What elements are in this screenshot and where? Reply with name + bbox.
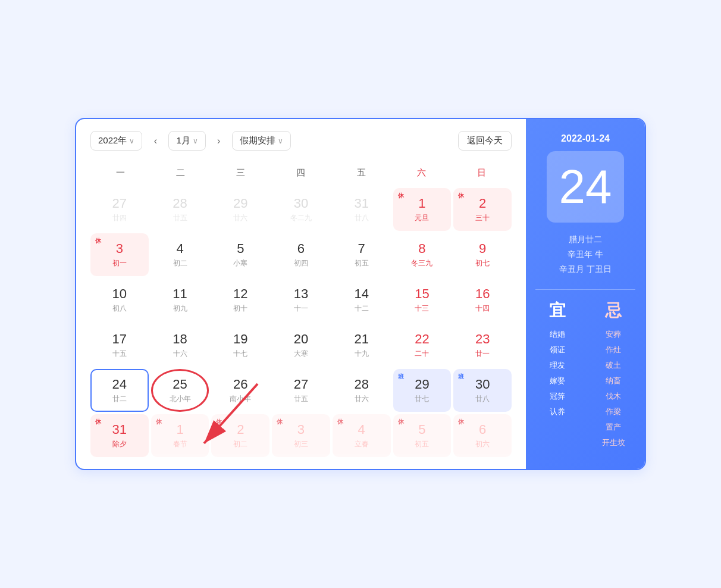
day-cell[interactable]: 4初二 — [151, 233, 209, 276]
day-number: 23 — [475, 331, 490, 347]
rest-badge: 休 — [216, 418, 222, 426]
day-cell[interactable]: 9初七 — [453, 233, 512, 276]
day-cell[interactable]: 8冬三九 — [393, 233, 452, 276]
day-number: 28 — [354, 377, 368, 392]
day-cell[interactable]: 休5初五 — [393, 414, 452, 457]
day-cell[interactable]: 18十六 — [151, 324, 209, 367]
ji-item-5: 伐木 — [606, 389, 621, 404]
day-cell[interactable]: 28廿六 — [333, 369, 391, 412]
day-cell[interactable]: 17十五 — [90, 324, 149, 367]
yi-item-2: 领证 — [550, 342, 565, 358]
day-cell[interactable]: 31廿八 — [333, 188, 391, 231]
day-cell[interactable]: 休6初六 — [453, 414, 512, 457]
day-lunar: 十九 — [355, 349, 369, 359]
yi-item-1: 结婚 — [550, 327, 565, 342]
day-cell[interactable]: 休4立春 — [333, 414, 391, 457]
ji-item-7: 置产 — [606, 420, 621, 435]
day-cell[interactable]: 21十九 — [333, 324, 391, 367]
day-cell[interactable]: 休3初一 — [90, 233, 149, 276]
day-lunar: 廿五 — [294, 394, 308, 404]
day-cell[interactable]: 27廿四 — [90, 188, 149, 231]
day-cell[interactable]: 29廿六 — [211, 188, 269, 231]
day-cell[interactable]: 26南小年 — [211, 369, 269, 412]
rest-badge: 休 — [156, 418, 162, 426]
day-cell[interactable]: 16十四 — [453, 279, 512, 321]
month-chevron-icon: ∨ — [193, 137, 198, 145]
day-number: 22 — [415, 331, 429, 347]
day-lunar: 元旦 — [415, 213, 429, 223]
month-select[interactable]: 1月 ∨ — [168, 131, 205, 151]
day-cell[interactable]: 休31除夕 — [90, 414, 149, 457]
day-lunar: 十五 — [112, 349, 127, 359]
day-cell[interactable]: 班30廿八 — [453, 369, 512, 412]
day-cell[interactable]: 27廿五 — [272, 369, 330, 412]
day-cell[interactable]: 25北小年 — [151, 369, 209, 412]
day-number: 28 — [173, 196, 187, 211]
rest-badge: 休 — [458, 192, 464, 200]
day-cell[interactable]: 15十三 — [393, 279, 452, 321]
rest-badge: 休 — [337, 418, 343, 426]
day-number: 30 — [475, 377, 490, 392]
day-lunar: 廿四 — [112, 213, 127, 223]
day-cell[interactable]: 22二十 — [393, 324, 452, 367]
day-number: 31 — [354, 196, 368, 211]
day-number: 30 — [294, 196, 308, 211]
day-lunar: 大寒 — [294, 349, 308, 359]
ji-title: 忌 — [605, 299, 622, 322]
day-cell[interactable]: 20大寒 — [272, 324, 330, 367]
rest-badge: 休 — [398, 418, 404, 426]
day-lunar: 二十 — [415, 349, 429, 359]
day-cell[interactable]: 30冬二九 — [272, 188, 330, 231]
holiday-label: 假期安排 — [240, 135, 275, 146]
ji-column: 忌 安葬 作灶 破土 纳畜 伐木 作梁 置产 开生坟 — [591, 299, 635, 451]
day-number: 27 — [112, 196, 127, 211]
day-cell[interactable]: 休1春节 — [151, 414, 209, 457]
ji-item-3: 破土 — [606, 358, 621, 373]
weekdays-row: 一 二 三 四 五 六 日 — [90, 162, 512, 183]
rest-badge: 休 — [95, 418, 101, 426]
day-number: 1 — [418, 196, 425, 211]
day-cell[interactable]: 10初八 — [90, 279, 149, 321]
day-cell[interactable]: 休2初二 — [211, 414, 269, 457]
day-cell[interactable]: 班29廿七 — [393, 369, 452, 412]
day-lunar: 三十 — [475, 213, 490, 223]
day-lunar: 廿六 — [355, 394, 369, 404]
day-cell[interactable]: 休1元旦 — [393, 188, 452, 231]
next-month-button[interactable]: › — [211, 133, 227, 149]
day-number: 9 — [479, 241, 486, 257]
weekday-thu: 四 — [271, 162, 331, 183]
day-cell[interactable]: 14十二 — [333, 279, 391, 321]
day-cell[interactable]: 28廿五 — [151, 188, 209, 231]
day-lunar: 小寒 — [233, 258, 247, 268]
day-cell[interactable]: 休3初三 — [272, 414, 330, 457]
day-cell[interactable]: 24廿二 — [90, 369, 149, 412]
yi-title: 宜 — [549, 299, 566, 322]
day-cell[interactable]: 13十一 — [272, 279, 330, 321]
holiday-select[interactable]: 假期安排 ∨ — [232, 131, 291, 151]
day-cell[interactable]: 11初九 — [151, 279, 209, 321]
day-lunar: 冬二九 — [290, 213, 312, 223]
day-cell[interactable]: 7初五 — [333, 233, 391, 276]
day-lunar: 廿八 — [475, 394, 490, 404]
day-cell[interactable]: 5小寒 — [211, 233, 269, 276]
day-cell[interactable]: 23廿一 — [453, 324, 512, 367]
day-lunar: 初六 — [475, 439, 490, 449]
rest-badge: 休 — [277, 418, 283, 426]
day-number: 6 — [479, 422, 486, 437]
day-cell[interactable]: 休2三十 — [453, 188, 512, 231]
return-today-button[interactable]: 返回今天 — [458, 131, 512, 151]
prev-month-button[interactable]: ‹ — [147, 133, 164, 149]
weekday-tue: 二 — [151, 162, 211, 183]
day-number: 4 — [176, 241, 183, 257]
sidebar-yiji: 宜 结婚 领证 理发 嫁娶 冠笄 认养 忌 安葬 作灶 破土 纳畜 伐木 作梁 … — [535, 299, 635, 451]
day-number: 2 — [479, 196, 486, 211]
year-select[interactable]: 2022年 ∨ — [90, 131, 142, 151]
day-cell[interactable]: 6初四 — [272, 233, 330, 276]
month-label: 1月 — [176, 135, 190, 146]
day-cell[interactable]: 19十七 — [211, 324, 269, 367]
day-lunar: 初一 — [112, 258, 127, 268]
work-badge: 班 — [458, 373, 464, 381]
day-lunar: 北小年 — [170, 394, 191, 404]
day-cell[interactable]: 12初十 — [211, 279, 269, 321]
sidebar-day-number: 24 — [547, 151, 624, 223]
